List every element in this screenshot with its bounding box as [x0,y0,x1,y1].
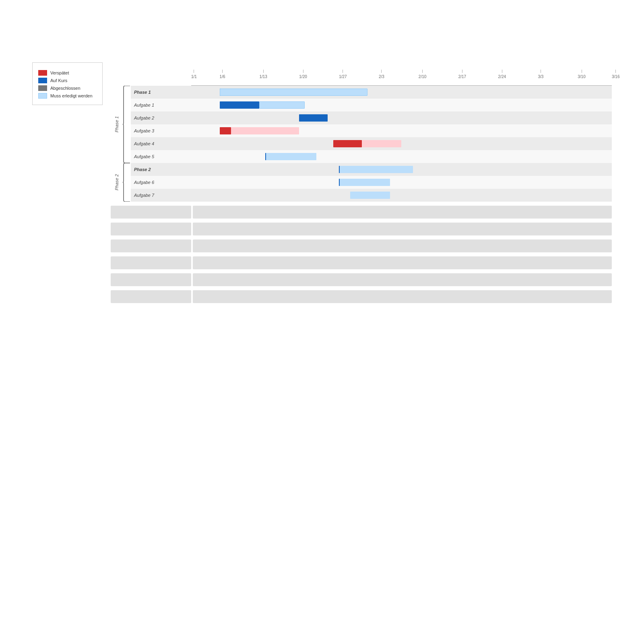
tick-label: 2/10 [419,74,426,79]
phase2-row-1: Aufgabe 6 [131,176,612,189]
empty-bar-4 [193,273,612,286]
timeline-tick-3-16: 3/16 [612,70,619,79]
gantt-bar [259,101,305,109]
gantt-bar [362,140,402,147]
legend-label-muss: Muss erledigt werden [50,93,93,98]
row-label-aufgabe-5: Aufgabe 5 [131,154,191,159]
bars-area-2 [191,111,612,124]
tick-line [303,70,303,73]
legend-item-abgeschlossen: Abgeschlossen [38,85,97,91]
empty-label-5 [111,290,191,303]
legend-item-muss: Muss erledigt werden [38,93,97,99]
phase1-bracket [123,86,131,163]
phase2-row-0: Phase 2 [131,163,612,176]
timeline-tick-1-20: 1/20 [299,70,307,79]
tick-label: 2/24 [498,74,506,79]
tick-line [422,70,423,73]
tick-line [582,70,582,73]
phase2-side-label: Phase 2 [111,163,123,202]
timeline-tick-3-3: 3/3 [538,70,543,79]
phase1-row-0: Phase 1 [131,86,612,99]
timeline-tick-3-10: 3/10 [578,70,585,79]
gantt-bar [220,89,367,96]
row-label-aufgabe-1: Aufgabe 1 [131,103,191,107]
phase1-rows: Phase 1Aufgabe 1Aufgabe 2Aufgabe 3Aufgab… [131,86,612,163]
timeline-tick-1-1: 1/1 [191,70,197,79]
phase2-row-label-0: Phase 2 [131,167,191,172]
row-label-aufgabe-4: Aufgabe 4 [131,141,191,146]
tick-label: 3/16 [612,74,619,79]
phase1-row-3: Aufgabe 3 [131,124,612,137]
phase1-row-4: Aufgabe 4 [131,137,612,150]
tick-line [381,70,382,73]
timeline-tick-1-27: 1/27 [339,70,347,79]
tick-line [462,70,462,73]
phase1-row-5: Aufgabe 5 [131,150,612,163]
empty-row-2 [111,239,612,252]
gantt-body: Phase 1Phase 1Aufgabe 1Aufgabe 2Aufgabe … [111,86,612,202]
phase2-rows: Phase 2Aufgabe 6Aufgabe 7 [131,163,612,202]
bars-area-4 [191,137,612,150]
tick-label: 1/27 [339,74,347,79]
empty-label-4 [111,273,191,286]
tick-line [343,70,343,73]
tick-line [222,70,223,73]
tick-label: 1/6 [220,74,225,79]
phase2-row-label-1: Aufgabe 6 [131,180,191,185]
tick-label: 2/17 [458,74,466,79]
row-label-aufgabe-2: Aufgabe 2 [131,116,191,120]
empty-label-0 [111,206,191,219]
timeline-tick-1-13: 1/13 [259,70,267,79]
bars-area-3 [191,124,612,137]
bars-area-0 [191,86,612,99]
gantt-bar-p2 [339,179,390,186]
legend-label-auf-kurs: Auf Kurs [50,78,67,83]
gantt-bar-p2 [350,192,390,199]
tick-line [541,70,541,73]
empty-label-3 [111,256,191,269]
legend-color-verspatet [38,70,47,76]
row-label-aufgabe-3: Aufgabe 3 [131,128,191,133]
bars-area-1 [191,99,612,111]
empty-rows [111,206,612,303]
empty-row-1 [111,223,612,235]
tick-label: 3/10 [578,74,585,79]
phase2-row-label-2: Aufgabe 7 [131,193,191,198]
timeline-tick-2-24: 2/24 [498,70,506,79]
empty-label-1 [111,223,191,235]
gantt-bar [299,114,328,122]
phase1-section: Phase 1Phase 1Aufgabe 1Aufgabe 2Aufgabe … [111,86,612,163]
tick-label: 2/3 [379,74,384,79]
empty-bar-1 [193,223,612,235]
legend-color-muss [38,93,47,99]
legend: Verspätet Auf Kurs Abgeschlossen Muss er… [32,62,103,105]
empty-row-5 [111,290,612,303]
gantt-bar [220,127,231,134]
empty-label-2 [111,239,191,252]
legend-label-abgeschlossen: Abgeschlossen [50,86,80,91]
empty-row-3 [111,256,612,269]
tick-line [263,70,264,73]
tick-line [502,70,502,73]
empty-bar-0 [193,206,612,219]
phase1-row-2: Aufgabe 2 [131,111,612,124]
tick-label: 1/1 [191,74,197,79]
bars-area-5 [191,150,612,163]
empty-bar-5 [193,290,612,303]
tick-label: 3/3 [538,74,543,79]
timeline-tick-2-17: 2/17 [458,70,466,79]
tick-label: 1/20 [299,74,307,79]
chart-container: 1/1 1/6 1/13 1/20 1/27 2/3 2/10 2/17 2/2… [111,62,612,303]
timeline-tick-1-6: 1/6 [220,70,225,79]
tick-line [194,70,194,73]
legend-item-verspatet: Verspätet [38,70,97,76]
tick-line [615,70,616,73]
empty-bar-3 [193,256,612,269]
legend-color-abgeschlossen [38,85,47,91]
phase2-section: Phase 2Phase 2Aufgabe 6Aufgabe 7 [111,163,612,202]
legend-label-verspatet: Verspätet [50,70,69,75]
phase1-side-label: Phase 1 [111,86,123,163]
gantt-bar [220,101,260,109]
gantt-bar [333,140,362,147]
timeline-tick-2-3: 2/3 [379,70,384,79]
